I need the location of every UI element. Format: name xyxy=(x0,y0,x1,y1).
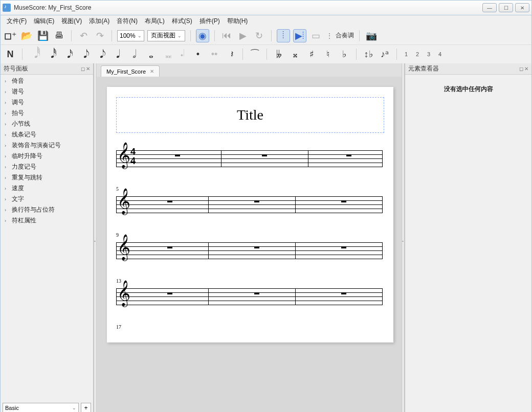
menu-view[interactable]: 视图(V) xyxy=(58,16,85,27)
palette-close-icon[interactable]: ✕ xyxy=(86,66,90,72)
duration-breve-button[interactable]: 𝅜 xyxy=(159,48,172,61)
natural-button[interactable]: ♮ xyxy=(321,48,335,61)
menu-layout[interactable]: 布局(L) xyxy=(142,16,168,27)
duration-32nd-button[interactable]: 𝅘𝅥𝅰 xyxy=(44,48,57,61)
palette-item[interactable]: ›线条记号 xyxy=(1,129,93,140)
duration-quarter-button[interactable]: 𝅘𝅥 xyxy=(109,48,123,61)
concert-pitch-button[interactable]: 合奏调 xyxy=(336,29,354,42)
menu-help[interactable]: 帮助(H) xyxy=(224,16,251,27)
voice-2[interactable]: 2 xyxy=(413,51,422,57)
metronome-button[interactable]: ◉ xyxy=(196,29,209,42)
duration-16th-button[interactable]: 𝅘𝅥𝅯 xyxy=(60,48,74,61)
play-button[interactable]: ▶ xyxy=(236,29,250,42)
voice-4[interactable]: 4 xyxy=(436,51,444,57)
view-mode-combo[interactable]: 页面视图⌄ xyxy=(147,30,185,41)
staff[interactable]: 𝄞 xyxy=(116,286,382,307)
close-button[interactable]: ✕ xyxy=(515,3,529,12)
menu-notes[interactable]: 音符(N) xyxy=(114,16,141,27)
staff[interactable]: 𝄞 xyxy=(116,240,382,261)
whole-rest[interactable] xyxy=(341,246,346,248)
duration-8th2-button[interactable]: 𝅘𝅥𝅮 xyxy=(93,48,106,61)
note-input-button[interactable]: N xyxy=(4,48,17,61)
palette-item[interactable]: ›重复与跳转 xyxy=(1,172,93,183)
palette-item[interactable]: ›调号 xyxy=(1,97,93,108)
close-tab-icon[interactable]: ✕ xyxy=(150,68,154,74)
redo-button[interactable]: ↷ xyxy=(93,29,106,42)
accidental-x-button[interactable]: 𝄪 xyxy=(289,48,302,61)
treble-clef-icon[interactable]: 𝄞 xyxy=(117,282,130,305)
repeat-start-button[interactable]: ⦙ xyxy=(277,29,290,42)
undo-button[interactable]: ↶ xyxy=(77,29,90,42)
whole-rest[interactable] xyxy=(341,200,346,202)
minimize-button[interactable]: — xyxy=(482,3,497,12)
menu-style[interactable]: 样式(S) xyxy=(169,16,195,27)
whole-rest[interactable] xyxy=(167,292,172,294)
treble-clef-icon[interactable]: 𝄞 xyxy=(117,190,130,213)
palette-item[interactable]: ›临时升降号 xyxy=(1,151,93,162)
duration-longa-button[interactable]: 𝆺𝅥 xyxy=(175,48,188,61)
duration-64th-button[interactable]: 𝅘𝅥𝅱 xyxy=(28,48,41,61)
grace-note-button[interactable]: ♪ᵃ xyxy=(378,48,391,61)
palette-item[interactable]: ›拍号 xyxy=(1,108,93,119)
metronome2-button[interactable]: ▭ xyxy=(309,29,323,42)
staff[interactable]: 𝄞 xyxy=(116,194,382,215)
duration-whole-button[interactable]: 𝅝 xyxy=(142,48,156,61)
rest-button[interactable]: 𝄽 xyxy=(224,48,237,61)
whole-rest[interactable] xyxy=(262,154,267,156)
inspector-float-icon[interactable]: ◻ xyxy=(519,66,523,72)
camera-button[interactable]: 📷 xyxy=(365,29,378,42)
menu-file[interactable]: 文件(F) xyxy=(4,16,30,27)
duration-half-button[interactable]: 𝅗𝅥 xyxy=(126,48,139,61)
voice-1[interactable]: 1 xyxy=(402,51,410,57)
new-score-button[interactable]: ◻⁺ xyxy=(4,29,17,42)
palette-item[interactable]: ›倚音 xyxy=(1,76,93,86)
splitter-right[interactable] xyxy=(402,63,405,412)
rewind-button[interactable]: ⏮ xyxy=(220,29,233,42)
score-canvas[interactable]: Title 𝄞 44 xyxy=(97,77,402,412)
workspace-combo[interactable]: Basic⌄ xyxy=(3,403,79,412)
dot-button[interactable]: • xyxy=(191,48,205,61)
menu-edit[interactable]: 编辑(E) xyxy=(31,16,57,27)
save-button[interactable]: 💾 xyxy=(36,29,50,42)
maximize-button[interactable]: ☐ xyxy=(499,3,513,12)
title-frame[interactable]: Title xyxy=(116,97,384,133)
open-button[interactable]: 📂 xyxy=(20,29,33,42)
palette-item[interactable]: ›换行符与占位符 xyxy=(1,204,93,215)
palette-item[interactable]: ›速度 xyxy=(1,183,93,194)
treble-clef-icon[interactable]: 𝄞 xyxy=(117,236,130,259)
loop-button[interactable]: ↻ xyxy=(253,29,266,42)
palette-item[interactable]: ›小节线 xyxy=(1,119,93,129)
add-workspace-button[interactable]: + xyxy=(81,403,91,412)
palette-item[interactable]: ›符杠属性 xyxy=(1,215,93,226)
palette-item[interactable]: ›力度记号 xyxy=(1,162,93,172)
palette-item[interactable]: ›谱号 xyxy=(1,86,93,97)
score-title[interactable]: Title xyxy=(237,107,263,123)
menu-add[interactable]: 添加(A) xyxy=(86,16,113,27)
treble-clef-icon[interactable]: 𝄞 xyxy=(117,144,130,167)
whole-rest[interactable] xyxy=(167,246,172,248)
time-signature[interactable]: 44 xyxy=(130,147,136,166)
print-button[interactable]: 🖶 xyxy=(53,29,66,42)
flip-button[interactable]: ↕♭ xyxy=(362,48,375,61)
staff[interactable]: 𝄞 44 xyxy=(116,148,382,169)
repeat-end-button[interactable]: ▶⦙ xyxy=(293,29,306,42)
flat2-button[interactable]: ♭ xyxy=(338,48,351,61)
double-dot-button[interactable]: •• xyxy=(208,48,221,61)
flat-button[interactable]: 𝄫 xyxy=(272,48,285,61)
whole-rest[interactable] xyxy=(254,246,259,248)
palette-item[interactable]: ›装饰音与演奏记号 xyxy=(1,140,93,151)
whole-rest[interactable] xyxy=(341,292,346,294)
inspector-close-icon[interactable]: ✕ xyxy=(524,66,528,72)
whole-rest[interactable] xyxy=(167,200,172,202)
whole-rest[interactable] xyxy=(254,200,259,202)
duration-8th-button[interactable]: 𝅘𝅥𝅮 xyxy=(77,48,90,61)
whole-rest[interactable] xyxy=(254,292,259,294)
tie-button[interactable]: ⁀ xyxy=(248,48,261,61)
score-tab[interactable]: My_First_Score ✕ xyxy=(101,65,160,77)
whole-rest[interactable] xyxy=(175,154,180,156)
sharp-button[interactable]: ♯ xyxy=(305,48,318,61)
menu-plugins[interactable]: 插件(P) xyxy=(196,16,223,27)
palette-item[interactable]: ›文字 xyxy=(1,194,93,204)
zoom-combo[interactable]: 100%⌄ xyxy=(117,30,144,41)
whole-rest[interactable] xyxy=(346,154,351,156)
